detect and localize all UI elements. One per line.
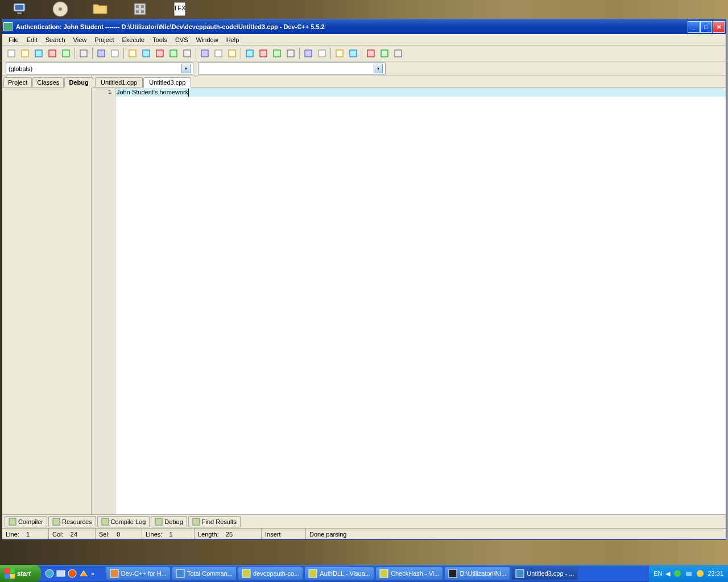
- clock[interactable]: 23:31: [708, 570, 723, 577]
- quick-launch: »: [41, 568, 104, 579]
- resources-icon: [52, 518, 60, 526]
- quick-launch-more[interactable]: »: [90, 568, 100, 579]
- bottom-tab-label: Find Results: [202, 518, 237, 525]
- code-line[interactable]: John Student's homework: [115, 88, 726, 97]
- editor-body[interactable]: 1 John Student's homework: [92, 88, 726, 514]
- toolbar-compile-cancel[interactable]: [316, 47, 328, 60]
- toolbar-bookmark-add[interactable]: [226, 47, 238, 60]
- taskbar-item-label: Untitled3.cpp - ...: [527, 570, 574, 577]
- taskbar-item[interactable]: devcppauth-co...: [238, 567, 303, 580]
- desktop-icon-folder[interactable]: [91, 0, 109, 18]
- left-tab-debug[interactable]: Debug: [64, 77, 93, 88]
- desktop-icon-computer[interactable]: [11, 0, 30, 18]
- toolbar-save[interactable]: [32, 47, 45, 60]
- code-area[interactable]: John Student's homework: [115, 88, 726, 514]
- toolbar-replace[interactable]: [140, 47, 152, 60]
- toolbar-toggle-project[interactable]: [243, 47, 256, 60]
- toolbar-redo[interactable]: [109, 47, 121, 60]
- menu-view[interactable]: View: [69, 35, 91, 44]
- menu-help[interactable]: Help: [222, 35, 243, 44]
- systray-shield-icon[interactable]: [673, 569, 681, 577]
- taskbar-item[interactable]: AuthDLL - Visua...: [304, 567, 374, 580]
- desktop-icon-cdrom[interactable]: [51, 0, 69, 18]
- menu-window[interactable]: Window: [192, 35, 222, 44]
- svg-rect-7: [141, 5, 144, 8]
- taskbar-item[interactable]: Dev-C++ for H...: [106, 567, 171, 580]
- toolbar-open[interactable]: [19, 47, 31, 60]
- left-panel-body: [2, 88, 91, 514]
- start-button[interactable]: start: [0, 565, 41, 582]
- editor-tab[interactable]: Untitled3.cpp: [143, 77, 191, 88]
- toolbar-toggle-panels[interactable]: [284, 47, 297, 60]
- taskbar-item[interactable]: CheckHash - Vi...: [375, 567, 443, 580]
- bottom-tab-debug[interactable]: Debug: [151, 516, 187, 527]
- bottom-tab-find-results[interactable]: Find Results: [188, 516, 241, 527]
- scope-combo[interactable]: (globals) ▾: [6, 63, 193, 74]
- close-button[interactable]: ✕: [713, 21, 725, 33]
- systray-volume-icon[interactable]: [696, 569, 704, 577]
- menu-file[interactable]: File: [5, 35, 23, 44]
- toolbar-find-in-files[interactable]: [154, 47, 166, 60]
- titlebar[interactable]: Authentication: John Student ------- D:\…: [2, 19, 726, 34]
- bottom-tab-label: Debug: [164, 518, 183, 525]
- toolbar-close[interactable]: [60, 47, 72, 60]
- debug-icon: [155, 518, 163, 526]
- scope-combo-value: (globals): [9, 65, 32, 72]
- toolbar-compile-ok[interactable]: [302, 47, 315, 60]
- toolbar-save-all[interactable]: [46, 47, 59, 60]
- minimize-button[interactable]: _: [688, 21, 700, 33]
- svg-rect-19: [111, 50, 118, 57]
- maximize-button[interactable]: □: [700, 21, 712, 33]
- bottom-tab-compiler[interactable]: Compiler: [5, 516, 47, 527]
- toolbar-print[interactable]: [77, 47, 90, 60]
- toolbar-window-prev[interactable]: [378, 47, 391, 60]
- svg-rect-50: [242, 569, 250, 577]
- language-indicator[interactable]: EN: [653, 570, 662, 577]
- quick-launch-desktop[interactable]: [56, 568, 66, 579]
- desktop-icon-tex[interactable]: TEX: [171, 0, 189, 18]
- toolbar-goto-shell[interactable]: [167, 47, 180, 60]
- desktop-icon-settings[interactable]: [131, 0, 149, 18]
- bottom-tab-compile-log[interactable]: Compile Log: [97, 516, 150, 527]
- quick-launch-ie[interactable]: [44, 568, 55, 579]
- editor-tab[interactable]: Untitled1.cpp: [95, 77, 143, 87]
- systray-network-icon[interactable]: [685, 569, 693, 577]
- menu-project[interactable]: Project: [90, 35, 118, 44]
- member-combo[interactable]: ▾: [198, 63, 386, 74]
- toolbar-find[interactable]: [126, 47, 139, 60]
- menu-search[interactable]: Search: [42, 35, 69, 44]
- menu-cvs[interactable]: CVS: [171, 35, 192, 44]
- toolbar-toggle-class[interactable]: [257, 47, 270, 60]
- dropdown-arrow-icon[interactable]: ▾: [181, 64, 191, 73]
- quick-launch-firefox[interactable]: [67, 568, 77, 579]
- taskbar-item[interactable]: Untitled3.cpp - ...: [511, 567, 578, 580]
- bottom-tabs: CompilerResourcesCompile LogDebugFind Re…: [2, 514, 726, 528]
- svg-rect-6: [136, 5, 139, 8]
- toolbar-window-next[interactable]: [365, 47, 377, 60]
- quick-launch-app[interactable]: [78, 568, 89, 579]
- menu-edit[interactable]: Edit: [23, 35, 42, 44]
- svg-rect-36: [367, 50, 374, 57]
- status-sel: Sel: 0: [96, 529, 142, 539]
- taskbar-item[interactable]: D:\Utilizatori\Ni...: [444, 567, 510, 580]
- toolbar-goto-line[interactable]: [181, 47, 193, 60]
- taskbar-item[interactable]: Total Comman...: [172, 567, 237, 580]
- dropdown-arrow-icon[interactable]: ▾: [374, 64, 383, 73]
- toolbar-forward[interactable]: [212, 47, 225, 60]
- toolbar-toggle-debug[interactable]: [271, 47, 283, 60]
- menu-execute[interactable]: Execute: [118, 35, 148, 44]
- toolbar-undo[interactable]: [95, 47, 107, 60]
- menu-tools[interactable]: Tools: [148, 35, 171, 44]
- toolbar-profile[interactable]: [333, 47, 346, 60]
- left-tab-project[interactable]: Project: [3, 77, 32, 87]
- taskbar-item-icon: [242, 569, 251, 578]
- svg-rect-16: [63, 50, 69, 57]
- toolbar-window-close[interactable]: [392, 47, 404, 60]
- toolbar-back[interactable]: [198, 47, 211, 60]
- systray-icon[interactable]: ◀: [665, 570, 670, 577]
- status-lines: Lines: 1: [142, 529, 195, 539]
- left-tab-classes[interactable]: Classes: [32, 77, 64, 87]
- bottom-tab-resources[interactable]: Resources: [48, 516, 96, 527]
- toolbar-debug-run[interactable]: [347, 47, 359, 60]
- toolbar-new-file[interactable]: [5, 47, 18, 60]
